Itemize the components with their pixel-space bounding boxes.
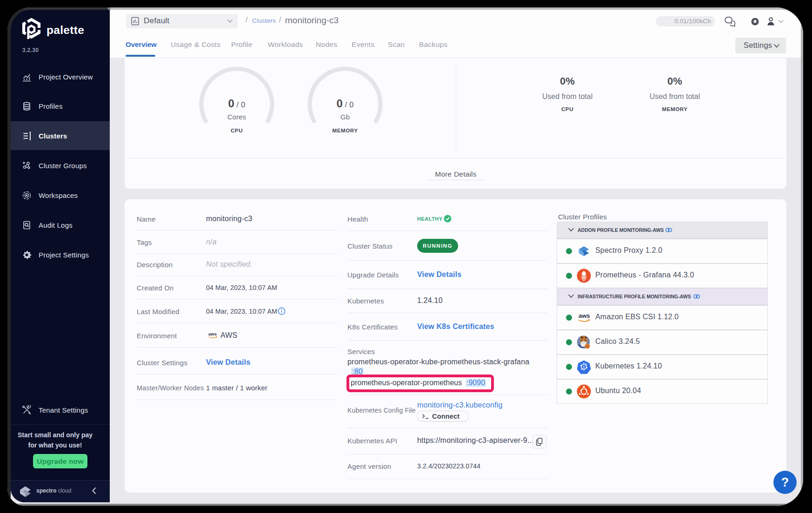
svg-text:aws: aws [208, 331, 217, 336]
svg-text:aws: aws [579, 312, 590, 319]
